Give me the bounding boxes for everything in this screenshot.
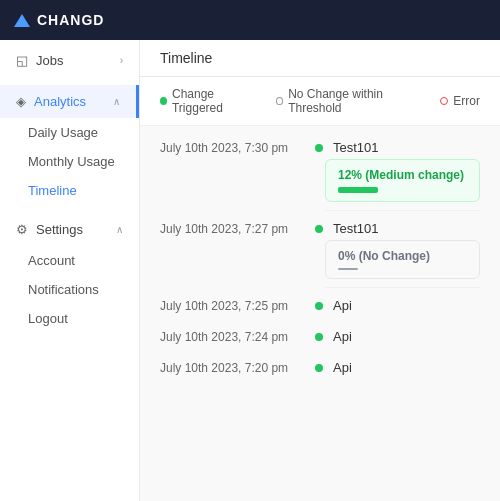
sidebar-item-account[interactable]: Account xyxy=(28,246,139,275)
timeline-name-4: Api xyxy=(333,329,352,344)
sidebar-item-notifications[interactable]: Notifications xyxy=(28,275,139,304)
change-label-1: 12% (Medium change) xyxy=(338,168,467,182)
change-triggered-label: Change Triggered xyxy=(172,87,256,115)
no-change-label: No Change within Threshold xyxy=(288,87,420,115)
timeline-entry-2: July 10th 2023, 7:27 pm Test101 0% (No C… xyxy=(160,217,480,279)
timeline-change-box-2: 0% (No Change) xyxy=(325,240,480,279)
sidebar-section-settings: ⚙ Settings ∧ Account Notifications Logou… xyxy=(0,209,139,337)
sidebar-item-settings[interactable]: ⚙ Settings ∧ xyxy=(0,213,139,246)
analytics-icon: ◈ xyxy=(16,94,26,109)
timeline-dot-4 xyxy=(315,333,323,341)
sidebar-item-daily-usage[interactable]: Daily Usage xyxy=(28,118,139,147)
sidebar: ◱ Jobs › ◈ Analytics ∧ Daily Usage Month… xyxy=(0,40,140,501)
app-layout: ◱ Jobs › ◈ Analytics ∧ Daily Usage Month… xyxy=(0,40,500,501)
sidebar-section-analytics: ◈ Analytics ∧ Daily Usage Monthly Usage … xyxy=(0,81,139,209)
timeline-dot-5 xyxy=(315,364,323,372)
error-label: Error xyxy=(453,94,480,108)
sidebar-section-jobs: ◱ Jobs › xyxy=(0,40,139,81)
legend-error: Error xyxy=(440,94,480,108)
timeline-entry-5: July 10th 2023, 7:20 pm Api xyxy=(160,356,480,379)
timeline-dot-2 xyxy=(315,225,323,233)
main-content: Timeline Change Triggered No Change with… xyxy=(140,40,500,501)
timeline-date-4: July 10th 2023, 7:24 pm xyxy=(160,330,305,344)
timeline-date-1: July 10th 2023, 7:30 pm xyxy=(160,141,305,155)
legend-no-change: No Change within Threshold xyxy=(276,87,420,115)
change-bar-container-2 xyxy=(338,268,467,270)
timeline-date-5: July 10th 2023, 7:20 pm xyxy=(160,361,305,375)
sidebar-analytics-label: Analytics xyxy=(34,94,86,109)
timeline-row-4: July 10th 2023, 7:24 pm Api xyxy=(160,325,480,348)
no-change-dot xyxy=(276,97,283,105)
timeline-row-3: July 10th 2023, 7:25 pm Api xyxy=(160,294,480,317)
error-dot xyxy=(440,97,448,105)
brand-logo: CHANGD xyxy=(14,12,104,28)
change-dash-2 xyxy=(338,268,358,270)
analytics-chevron-icon: ∧ xyxy=(113,96,120,107)
settings-icon: ⚙ xyxy=(16,222,28,237)
timeline-dot-3 xyxy=(315,302,323,310)
brand-name: CHANGD xyxy=(37,12,104,28)
timeline-entry-4: July 10th 2023, 7:24 pm Api xyxy=(160,325,480,348)
topbar: CHANGD xyxy=(0,0,500,40)
timeline-change-box-1: 12% (Medium change) xyxy=(325,159,480,202)
legend-change-triggered: Change Triggered xyxy=(160,87,256,115)
sidebar-settings-label: Settings xyxy=(36,222,83,237)
timeline-dot-1 xyxy=(315,144,323,152)
timeline-name-5: Api xyxy=(333,360,352,375)
change-bar-container-1 xyxy=(338,187,467,193)
settings-chevron-icon: ∧ xyxy=(116,224,123,235)
timeline-row-2: July 10th 2023, 7:27 pm Test101 xyxy=(160,217,480,240)
logo-icon xyxy=(14,14,30,27)
change-bar-1 xyxy=(338,187,378,193)
change-label-2: 0% (No Change) xyxy=(338,249,467,263)
timeline-row-5: July 10th 2023, 7:20 pm Api xyxy=(160,356,480,379)
settings-submenu: Account Notifications Logout xyxy=(0,246,139,333)
sidebar-item-timeline[interactable]: Timeline xyxy=(28,176,139,205)
legend-bar: Change Triggered No Change within Thresh… xyxy=(140,77,500,126)
sidebar-item-monthly-usage[interactable]: Monthly Usage xyxy=(28,147,139,176)
jobs-chevron-icon: › xyxy=(120,55,123,66)
timeline-row-1: July 10th 2023, 7:30 pm Test101 xyxy=(160,136,480,159)
page-title: Timeline xyxy=(140,40,500,77)
change-triggered-dot xyxy=(160,97,167,105)
timeline-date-3: July 10th 2023, 7:25 pm xyxy=(160,299,305,313)
timeline-name-2: Test101 xyxy=(333,221,379,236)
sidebar-jobs-label: Jobs xyxy=(36,53,63,68)
timeline-list: July 10th 2023, 7:30 pm Test101 12% (Med… xyxy=(140,126,500,501)
timeline-entry-3: July 10th 2023, 7:25 pm Api xyxy=(160,294,480,317)
timeline-date-2: July 10th 2023, 7:27 pm xyxy=(160,222,305,236)
timeline-name-3: Api xyxy=(333,298,352,313)
timeline-name-1: Test101 xyxy=(333,140,379,155)
analytics-submenu: Daily Usage Monthly Usage Timeline xyxy=(0,118,139,205)
separator-2 xyxy=(325,287,480,288)
sidebar-item-logout[interactable]: Logout xyxy=(28,304,139,333)
sidebar-item-jobs[interactable]: ◱ Jobs › xyxy=(0,44,139,77)
jobs-icon: ◱ xyxy=(16,53,28,68)
separator-1 xyxy=(325,210,480,211)
sidebar-item-analytics[interactable]: ◈ Analytics ∧ xyxy=(0,85,139,118)
timeline-entry-1: July 10th 2023, 7:30 pm Test101 12% (Med… xyxy=(160,136,480,202)
